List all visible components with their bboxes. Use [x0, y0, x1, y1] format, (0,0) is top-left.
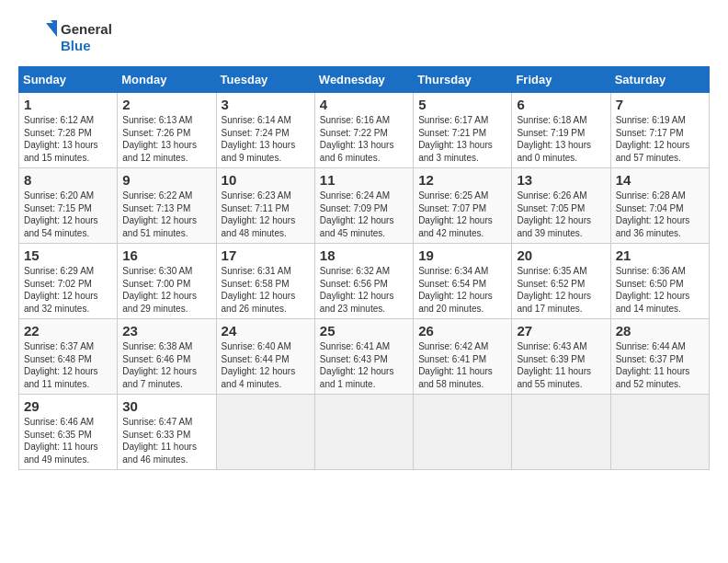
calendar-cell: 2Sunrise: 6:13 AMSunset: 7:26 PMDaylight…: [118, 93, 216, 168]
calendar-cell: 20Sunrise: 6:35 AMSunset: 6:52 PMDayligh…: [512, 244, 610, 319]
day-number: 24: [222, 323, 310, 339]
day-number: 26: [418, 323, 506, 339]
header-thursday: Thursday: [414, 67, 512, 93]
day-info: Sunrise: 6:25 AMSunset: 7:07 PMDaylight:…: [418, 190, 506, 239]
day-info: Sunrise: 6:18 AMSunset: 7:19 PMDaylight:…: [517, 114, 605, 164]
calendar-cell: 8Sunrise: 6:20 AMSunset: 7:15 PMDaylight…: [19, 168, 118, 244]
week-row-5: 29Sunrise: 6:46 AMSunset: 6:35 PMDayligh…: [19, 395, 710, 470]
calendar-cell: 28Sunrise: 6:44 AMSunset: 6:37 PMDayligh…: [610, 319, 709, 395]
day-info: Sunrise: 6:43 AMSunset: 6:39 PMDaylight:…: [517, 340, 605, 390]
day-number: 2: [122, 97, 210, 112]
calendar-cell: 27Sunrise: 6:43 AMSunset: 6:39 PMDayligh…: [512, 319, 610, 395]
day-number: 13: [517, 172, 605, 188]
day-info: Sunrise: 6:42 AMSunset: 6:41 PMDaylight:…: [418, 340, 506, 390]
logo-general: General: [61, 21, 112, 38]
day-number: 19: [418, 247, 506, 263]
calendar-cell: 19Sunrise: 6:34 AMSunset: 6:54 PMDayligh…: [414, 244, 512, 319]
calendar-cell: 22Sunrise: 6:37 AMSunset: 6:48 PMDayligh…: [19, 319, 118, 395]
calendar-cell: 3Sunrise: 6:14 AMSunset: 7:24 PMDaylight…: [216, 93, 314, 168]
day-info: Sunrise: 6:41 AMSunset: 6:43 PMDaylight:…: [320, 340, 408, 390]
calendar-cell: 26Sunrise: 6:42 AMSunset: 6:41 PMDayligh…: [414, 319, 512, 395]
calendar-cell: 24Sunrise: 6:40 AMSunset: 6:44 PMDayligh…: [216, 319, 314, 395]
day-info: Sunrise: 6:37 AMSunset: 6:48 PMDaylight:…: [24, 340, 112, 390]
day-info: Sunrise: 6:16 AMSunset: 7:22 PMDaylight:…: [320, 114, 408, 164]
day-number: 27: [517, 323, 605, 339]
day-number: 22: [24, 323, 112, 339]
week-row-3: 15Sunrise: 6:29 AMSunset: 7:02 PMDayligh…: [19, 244, 710, 319]
day-number: 28: [616, 323, 704, 339]
day-info: Sunrise: 6:29 AMSunset: 7:02 PMDaylight:…: [24, 265, 112, 315]
day-number: 4: [320, 97, 408, 112]
calendar-table: SundayMondayTuesdayWednesdayThursdayFrid…: [18, 66, 710, 470]
day-info: Sunrise: 6:31 AMSunset: 6:58 PMDaylight:…: [222, 265, 310, 315]
calendar-cell: 17Sunrise: 6:31 AMSunset: 6:58 PMDayligh…: [216, 244, 314, 319]
calendar-cell: 15Sunrise: 6:29 AMSunset: 7:02 PMDayligh…: [19, 244, 118, 319]
day-info: Sunrise: 6:23 AMSunset: 7:11 PMDaylight:…: [222, 190, 310, 239]
day-number: 12: [418, 172, 506, 188]
header-saturday: Saturday: [610, 67, 709, 93]
day-info: Sunrise: 6:24 AMSunset: 7:09 PMDaylight:…: [320, 190, 408, 239]
calendar-cell: 29Sunrise: 6:46 AMSunset: 6:35 PMDayligh…: [19, 395, 118, 470]
day-info: Sunrise: 6:47 AMSunset: 6:33 PMDaylight:…: [122, 416, 210, 465]
calendar-cell: 6Sunrise: 6:18 AMSunset: 7:19 PMDaylight…: [512, 93, 610, 168]
header-tuesday: Tuesday: [216, 67, 314, 93]
calendar-cell: [414, 395, 512, 470]
day-number: 15: [24, 247, 112, 263]
day-number: 18: [320, 247, 408, 263]
calendar-cell: 16Sunrise: 6:30 AMSunset: 7:00 PMDayligh…: [118, 244, 216, 319]
day-number: 11: [320, 172, 408, 188]
week-row-1: 1Sunrise: 6:12 AMSunset: 7:28 PMDaylight…: [19, 93, 710, 168]
calendar-cell: [610, 395, 709, 470]
day-info: Sunrise: 6:20 AMSunset: 7:15 PMDaylight:…: [24, 190, 112, 239]
day-number: 1: [24, 97, 112, 112]
logo-blue: Blue: [61, 38, 112, 54]
day-number: 30: [122, 398, 210, 414]
logo-svg: [18, 18, 57, 57]
day-number: 3: [222, 97, 310, 112]
day-number: 20: [517, 247, 605, 263]
calendar-cell: 18Sunrise: 6:32 AMSunset: 6:56 PMDayligh…: [314, 244, 413, 319]
calendar-cell: 13Sunrise: 6:26 AMSunset: 7:05 PMDayligh…: [512, 168, 610, 244]
calendar-cell: 14Sunrise: 6:28 AMSunset: 7:04 PMDayligh…: [610, 168, 709, 244]
day-info: Sunrise: 6:46 AMSunset: 6:35 PMDaylight:…: [24, 416, 112, 465]
calendar-header-row: SundayMondayTuesdayWednesdayThursdayFrid…: [19, 67, 710, 93]
day-info: Sunrise: 6:44 AMSunset: 6:37 PMDaylight:…: [616, 340, 704, 390]
calendar-cell: [216, 395, 314, 470]
day-number: 9: [122, 172, 210, 188]
day-info: Sunrise: 6:14 AMSunset: 7:24 PMDaylight:…: [222, 114, 310, 164]
page-header: GeneralBlue: [18, 18, 710, 57]
day-number: 29: [24, 398, 112, 414]
day-info: Sunrise: 6:32 AMSunset: 6:56 PMDaylight:…: [320, 265, 408, 315]
day-number: 10: [222, 172, 310, 188]
logo: GeneralBlue: [18, 18, 112, 57]
header-friday: Friday: [512, 67, 610, 93]
day-number: 17: [222, 247, 310, 263]
day-info: Sunrise: 6:26 AMSunset: 7:05 PMDaylight:…: [517, 190, 605, 239]
calendar-cell: 30Sunrise: 6:47 AMSunset: 6:33 PMDayligh…: [118, 395, 216, 470]
day-number: 25: [320, 323, 408, 339]
day-number: 16: [122, 247, 210, 263]
calendar-cell: 21Sunrise: 6:36 AMSunset: 6:50 PMDayligh…: [610, 244, 709, 319]
day-number: 21: [616, 247, 704, 263]
calendar-cell: [314, 395, 413, 470]
day-number: 8: [24, 172, 112, 188]
calendar-cell: 11Sunrise: 6:24 AMSunset: 7:09 PMDayligh…: [314, 168, 413, 244]
day-info: Sunrise: 6:17 AMSunset: 7:21 PMDaylight:…: [418, 114, 506, 164]
week-row-4: 22Sunrise: 6:37 AMSunset: 6:48 PMDayligh…: [19, 319, 710, 395]
day-info: Sunrise: 6:34 AMSunset: 6:54 PMDaylight:…: [418, 265, 506, 315]
calendar-cell: 10Sunrise: 6:23 AMSunset: 7:11 PMDayligh…: [216, 168, 314, 244]
calendar-cell: 4Sunrise: 6:16 AMSunset: 7:22 PMDaylight…: [314, 93, 413, 168]
day-info: Sunrise: 6:40 AMSunset: 6:44 PMDaylight:…: [222, 340, 310, 390]
calendar-cell: 7Sunrise: 6:19 AMSunset: 7:17 PMDaylight…: [610, 93, 709, 168]
day-info: Sunrise: 6:35 AMSunset: 6:52 PMDaylight:…: [517, 265, 605, 315]
header-wednesday: Wednesday: [314, 67, 413, 93]
day-info: Sunrise: 6:30 AMSunset: 7:00 PMDaylight:…: [122, 265, 210, 315]
day-info: Sunrise: 6:19 AMSunset: 7:17 PMDaylight:…: [616, 114, 704, 164]
calendar-cell: 5Sunrise: 6:17 AMSunset: 7:21 PMDaylight…: [414, 93, 512, 168]
day-info: Sunrise: 6:36 AMSunset: 6:50 PMDaylight:…: [616, 265, 704, 315]
day-number: 6: [517, 97, 605, 112]
calendar-cell: [512, 395, 610, 470]
calendar-cell: 23Sunrise: 6:38 AMSunset: 6:46 PMDayligh…: [118, 319, 216, 395]
day-info: Sunrise: 6:28 AMSunset: 7:04 PMDaylight:…: [616, 190, 704, 239]
calendar-cell: 9Sunrise: 6:22 AMSunset: 7:13 PMDaylight…: [118, 168, 216, 244]
